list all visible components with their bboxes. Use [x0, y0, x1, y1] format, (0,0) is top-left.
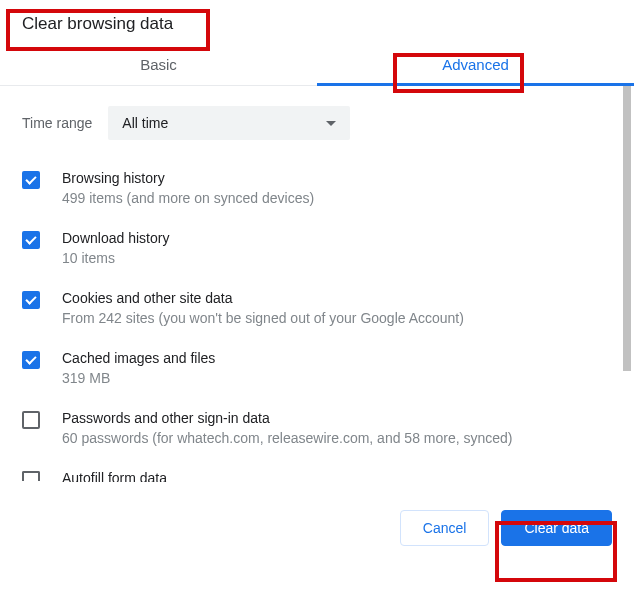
item-title: Cookies and other site data [62, 290, 612, 306]
list-item: Download history 10 items [22, 218, 612, 278]
checkbox-browsing-history[interactable] [22, 171, 40, 189]
item-title: Passwords and other sign-in data [62, 410, 612, 426]
time-range-row: Time range All time [22, 86, 612, 158]
checkbox-cookies[interactable] [22, 291, 40, 309]
chevron-down-icon [326, 121, 336, 126]
dialog-footer: Cancel Clear data [0, 486, 634, 570]
item-subtitle: 60 passwords (for whatech.com, releasewi… [62, 430, 612, 446]
tab-advanced-label: Advanced [442, 56, 509, 73]
dialog-title: Clear browsing data [0, 0, 634, 46]
item-subtitle: 319 MB [62, 370, 612, 386]
item-title: Autofill form data [62, 470, 612, 482]
scrollbar-thumb[interactable] [623, 86, 631, 371]
tab-advanced[interactable]: Advanced [317, 46, 634, 85]
time-range-select[interactable]: All time [108, 106, 350, 140]
item-title: Cached images and files [62, 350, 612, 366]
list-item: Browsing history 499 items (and more on … [22, 158, 612, 218]
item-subtitle: 499 items (and more on synced devices) [62, 190, 612, 206]
cancel-button[interactable]: Cancel [400, 510, 490, 546]
list-item: Passwords and other sign-in data 60 pass… [22, 398, 612, 458]
item-text: Cookies and other site data From 242 sit… [62, 290, 612, 326]
time-range-value: All time [122, 115, 168, 131]
item-text: Cached images and files 319 MB [62, 350, 612, 386]
item-text: Browsing history 499 items (and more on … [62, 170, 612, 206]
clear-label: Clear data [524, 520, 589, 536]
clear-data-button[interactable]: Clear data [501, 510, 612, 546]
item-text: Passwords and other sign-in data 60 pass… [62, 410, 612, 446]
checkbox-download-history[interactable] [22, 231, 40, 249]
item-title: Download history [62, 230, 612, 246]
checkbox-autofill[interactable] [22, 471, 40, 481]
checkbox-passwords[interactable] [22, 411, 40, 429]
item-subtitle: 10 items [62, 250, 612, 266]
list-item: Cookies and other site data From 242 sit… [22, 278, 612, 338]
list-item: Autofill form data [22, 458, 612, 482]
clear-browsing-data-dialog: Clear browsing data Basic Advanced Time … [0, 0, 634, 570]
tab-bar: Basic Advanced [0, 46, 634, 86]
item-text: Download history 10 items [62, 230, 612, 266]
tab-basic-label: Basic [140, 56, 177, 73]
checkbox-cached[interactable] [22, 351, 40, 369]
item-text: Autofill form data [62, 470, 612, 482]
item-subtitle: From 242 sites (you won't be signed out … [62, 310, 612, 326]
tab-basic[interactable]: Basic [0, 46, 317, 85]
time-range-label: Time range [22, 115, 92, 131]
item-title: Browsing history [62, 170, 612, 186]
scrollbar-track[interactable] [620, 86, 634, 486]
scroll-area: Time range All time Browsing history 499… [0, 86, 634, 486]
cancel-label: Cancel [423, 520, 467, 536]
dialog-body: Time range All time Browsing history 499… [0, 86, 634, 486]
list-item: Cached images and files 319 MB [22, 338, 612, 398]
